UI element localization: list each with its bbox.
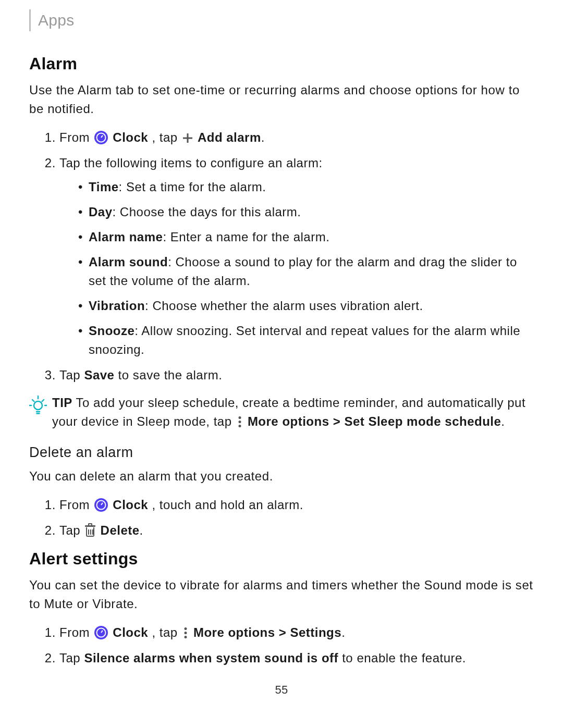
text: Tap	[59, 523, 84, 537]
text: .	[140, 523, 143, 537]
clock-icon	[94, 131, 108, 144]
label-save: Save	[84, 368, 114, 382]
label-add-alarm: Add alarm	[198, 130, 261, 144]
text: .	[341, 625, 345, 639]
tip-text: TIP To add your sleep schedule, create a…	[52, 393, 534, 431]
paragraph-delete-intro: You can delete an alarm that you created…	[29, 467, 534, 486]
text: .	[261, 130, 265, 144]
text: , touch and hold an alarm.	[152, 498, 303, 512]
paragraph-alert-intro: You can set the device to vibrate for al…	[29, 576, 534, 613]
text: , tap	[152, 130, 181, 144]
label-clock: Clock	[113, 625, 148, 639]
text: to save the alarm.	[114, 368, 222, 382]
label: Day	[89, 205, 113, 219]
text: : Set a time for the alarm.	[119, 180, 266, 194]
text: : Choose whether the alarm uses vibratio…	[145, 299, 423, 313]
more-options-icon	[236, 416, 243, 428]
text: Tap	[59, 368, 84, 382]
step: From Clock , touch and hold an alarm.	[59, 495, 534, 514]
heading-alert-settings: Alert settings	[29, 549, 534, 569]
list-item: Time: Set a time for the alarm.	[78, 178, 534, 196]
label: Time	[89, 180, 119, 194]
lightbulb-icon	[29, 394, 47, 415]
label-settings: Settings	[290, 625, 341, 639]
step: From Clock , tap Add alarm.	[59, 128, 534, 147]
text: to enable the feature.	[338, 651, 466, 665]
steps-alert: From Clock , tap More options > Settings…	[29, 623, 534, 668]
page-number: 55	[0, 683, 563, 697]
label: Alarm sound	[89, 255, 168, 269]
label-silence-toggle: Silence alarms when system sound is off	[84, 651, 338, 665]
text: >	[329, 414, 345, 428]
breadcrumb: Apps	[38, 13, 75, 28]
plus-icon	[182, 132, 193, 144]
text: Tap the following items to configure an …	[59, 156, 323, 170]
text: From	[59, 130, 93, 144]
page-content: Apps Alarm Use the Alarm tab to set one-…	[0, 0, 563, 668]
label-clock: Clock	[113, 130, 148, 144]
clock-icon	[94, 498, 108, 512]
label: Snooze	[89, 324, 134, 338]
label-sleep-schedule: Set Sleep mode schedule	[344, 414, 501, 428]
step: Tap Save to save the alarm.	[59, 365, 534, 385]
step: Tap Delete.	[59, 521, 534, 540]
text: From	[59, 498, 93, 512]
step: Tap the following items to configure an …	[59, 153, 534, 359]
svg-point-0	[34, 401, 42, 410]
steps-alarm: From Clock , tap Add alarm. Tap the foll…	[29, 128, 534, 385]
tip-label: TIP	[52, 396, 72, 410]
list-item: Day: Choose the days for this alarm.	[78, 203, 534, 221]
trash-icon	[84, 525, 96, 537]
text: : Enter a name for the alarm.	[163, 230, 329, 244]
label-more-options: More options	[248, 414, 329, 428]
label: Alarm name	[89, 230, 163, 244]
text: : Choose the days for this alarm.	[113, 205, 301, 219]
svg-line-5	[42, 400, 44, 402]
text: .	[501, 414, 505, 428]
label: Vibration	[89, 299, 145, 313]
breadcrumb-wrap: Apps	[29, 9, 534, 31]
text: : Allow snoozing. Set interval and repea…	[89, 324, 520, 356]
heading-alarm: Alarm	[29, 54, 534, 73]
tip-block: TIP To add your sleep schedule, create a…	[29, 393, 534, 431]
step: From Clock , tap More options > Settings…	[59, 623, 534, 642]
step: Tap Silence alarms when system sound is …	[59, 648, 534, 668]
label-more-options: More options	[193, 625, 275, 639]
alarm-config-list: Time: Set a time for the alarm. Day: Cho…	[59, 178, 534, 359]
list-item: Snooze: Allow snoozing. Set interval and…	[78, 322, 534, 359]
list-item: Vibration: Choose whether the alarm uses…	[78, 297, 534, 315]
svg-line-4	[32, 400, 34, 402]
text: >	[275, 625, 290, 639]
text: , tap	[152, 625, 181, 639]
text: From	[59, 625, 93, 639]
list-item: Alarm name: Enter a name for the alarm.	[78, 228, 534, 246]
heading-delete-alarm: Delete an alarm	[29, 445, 534, 461]
paragraph-alarm-intro: Use the Alarm tab to set one-time or rec…	[29, 81, 534, 118]
list-item: Alarm sound: Choose a sound to play for …	[78, 253, 534, 290]
text: Tap	[59, 651, 84, 665]
more-options-icon	[182, 627, 189, 639]
label-delete: Delete	[101, 523, 140, 537]
steps-delete: From Clock , touch and hold an alarm. Ta…	[29, 495, 534, 540]
label-clock: Clock	[113, 498, 148, 512]
clock-icon	[94, 626, 108, 639]
